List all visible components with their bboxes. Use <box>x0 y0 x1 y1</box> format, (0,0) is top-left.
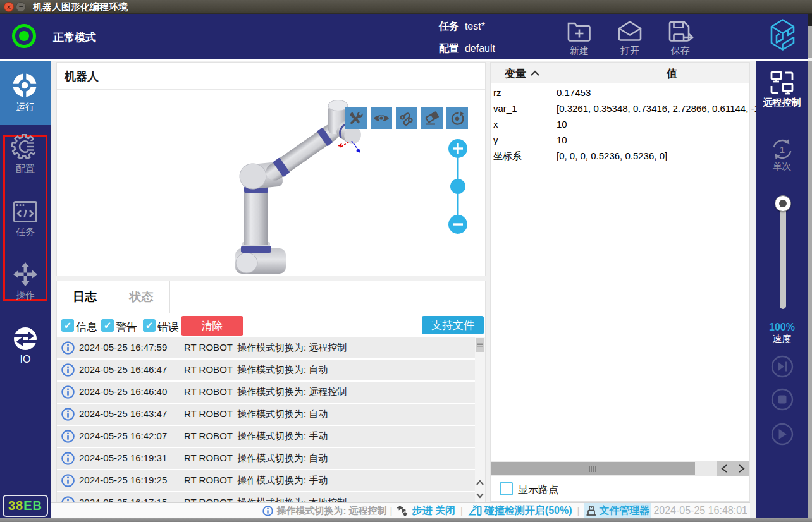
svg-text:1: 1 <box>780 144 785 155</box>
